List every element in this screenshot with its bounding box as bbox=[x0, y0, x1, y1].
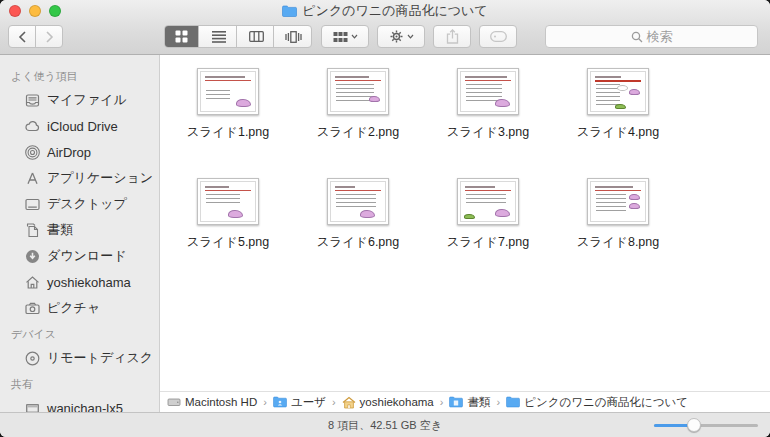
sidebar-item-label: アプリケーション bbox=[47, 169, 153, 187]
zoom-button[interactable] bbox=[49, 5, 61, 17]
slider-knob[interactable] bbox=[687, 418, 701, 432]
action-button[interactable] bbox=[377, 25, 425, 48]
desktop-icon bbox=[24, 196, 41, 213]
sidebar-item-label: wanichan-lx5 bbox=[47, 401, 123, 413]
traffic-lights bbox=[9, 5, 61, 17]
path-separator: › bbox=[439, 396, 445, 408]
titlebar[interactable]: ピンクのワニの商品化について bbox=[0, 0, 770, 22]
chevron-down-icon bbox=[407, 34, 414, 39]
coverflow-view-icon bbox=[285, 31, 302, 43]
sidebar-item-icloud-drive[interactable]: iCloud Drive bbox=[0, 113, 159, 139]
file-thumbnail bbox=[457, 178, 519, 225]
sidebar-section-favorites: よく使う項目 bbox=[0, 63, 159, 87]
file-item[interactable]: スライド5.png bbox=[163, 178, 293, 279]
status-text: 8 項目、42.51 GB 空き bbox=[328, 418, 442, 433]
remote-disc-icon bbox=[24, 350, 41, 367]
file-item[interactable]: スライド2.png bbox=[293, 68, 423, 169]
path-item-documents[interactable]: 書類 bbox=[449, 395, 490, 410]
file-thumbnail bbox=[327, 68, 389, 115]
share-icon bbox=[446, 29, 459, 44]
path-separator: › bbox=[495, 396, 501, 408]
sidebar-item-airdrop[interactable]: AirDrop bbox=[0, 139, 159, 165]
column-view-button[interactable] bbox=[240, 26, 274, 47]
file-thumbnail bbox=[327, 178, 389, 225]
hard-drive-icon bbox=[167, 395, 181, 409]
arrange-button[interactable] bbox=[321, 25, 369, 48]
minimize-button[interactable] bbox=[29, 5, 41, 17]
sidebar-item-label: デスクトップ bbox=[47, 195, 127, 213]
close-button[interactable] bbox=[9, 5, 21, 17]
sidebar-item-desktop[interactable]: デスクトップ bbox=[0, 191, 159, 217]
folder-icon bbox=[282, 5, 297, 18]
file-thumbnail bbox=[457, 68, 519, 115]
list-view-button[interactable] bbox=[202, 26, 236, 47]
sidebar-item-remote-disc[interactable]: リモートディスク bbox=[0, 345, 159, 371]
forward-button[interactable] bbox=[35, 25, 63, 48]
file-name: スライド6.png bbox=[317, 234, 399, 251]
back-button[interactable] bbox=[8, 25, 36, 48]
tag-button[interactable] bbox=[479, 25, 517, 48]
users-folder-icon bbox=[273, 396, 287, 408]
file-item[interactable]: スライド8.png bbox=[553, 178, 683, 279]
sidebar-item-shared-computer[interactable]: wanichan-lx5 bbox=[0, 395, 159, 412]
file-name: スライド4.png bbox=[577, 124, 659, 141]
icon-view-button[interactable] bbox=[165, 26, 199, 47]
search-input[interactable]: 検索 bbox=[545, 25, 758, 48]
sidebar: よく使う項目 マイファイル iCloud Drive bbox=[0, 55, 160, 412]
gear-icon bbox=[389, 29, 404, 44]
path-separator: › bbox=[331, 396, 337, 408]
path-separator: › bbox=[262, 396, 268, 408]
path-item-home[interactable]: yoshiekohama bbox=[342, 396, 434, 409]
sidebar-section-devices: デバイス bbox=[0, 321, 159, 345]
sidebar-item-my-files[interactable]: マイファイル bbox=[0, 87, 159, 113]
search-placeholder: 検索 bbox=[647, 28, 673, 46]
shared-computer-icon bbox=[24, 400, 41, 413]
applications-icon bbox=[24, 170, 41, 187]
file-name: スライド3.png bbox=[447, 124, 529, 141]
home-icon bbox=[24, 274, 41, 291]
icon-size-slider[interactable] bbox=[654, 418, 758, 432]
file-thumbnail bbox=[587, 68, 649, 115]
sidebar-item-downloads[interactable]: ダウンロード bbox=[0, 243, 159, 269]
list-view-icon bbox=[212, 31, 226, 43]
file-item[interactable]: スライド4.png bbox=[553, 68, 683, 169]
forward-chevron-icon bbox=[45, 31, 54, 43]
sidebar-item-label: 書類 bbox=[47, 221, 73, 239]
file-item[interactable]: スライド1.png bbox=[163, 68, 293, 169]
file-thumbnail bbox=[587, 178, 649, 225]
sidebar-item-label: マイファイル bbox=[47, 91, 127, 109]
documents-icon bbox=[24, 222, 41, 239]
sidebar-item-label: iCloud Drive bbox=[47, 119, 118, 134]
folder-icon bbox=[506, 396, 520, 408]
arrange-icon bbox=[333, 31, 348, 43]
path-item-macintosh-hd[interactable]: Macintosh HD bbox=[167, 395, 257, 409]
file-item[interactable]: スライド3.png bbox=[423, 68, 553, 169]
share-button[interactable] bbox=[433, 25, 471, 48]
view-switcher bbox=[164, 25, 312, 48]
file-item[interactable]: スライド6.png bbox=[293, 178, 423, 279]
sidebar-item-applications[interactable]: アプリケーション bbox=[0, 165, 159, 191]
finder-window: ピンクのワニの商品化について bbox=[0, 0, 770, 437]
file-item[interactable]: スライド7.png bbox=[423, 178, 553, 279]
path-item-users[interactable]: ユーザ bbox=[273, 395, 326, 410]
file-browser: スライド1.png スライド2.png bbox=[160, 55, 770, 412]
documents-folder-icon bbox=[449, 396, 463, 408]
window-chrome: ピンクのワニの商品化について bbox=[0, 0, 770, 55]
sidebar-item-pictures[interactable]: ピクチャ bbox=[0, 295, 159, 321]
sidebar-section-shared: 共有 bbox=[0, 371, 159, 395]
sidebar-item-label: ダウンロード bbox=[47, 247, 127, 265]
search-icon bbox=[631, 31, 643, 43]
coverflow-view-button[interactable] bbox=[277, 26, 311, 47]
file-name: スライド1.png bbox=[187, 124, 269, 141]
home-folder-icon bbox=[342, 396, 356, 409]
file-thumbnail bbox=[197, 68, 259, 115]
back-chevron-icon bbox=[18, 31, 27, 43]
icloud-icon bbox=[24, 118, 41, 135]
sidebar-item-label: yoshiekohama bbox=[47, 275, 131, 290]
path-item-current-folder[interactable]: ピンクのワニの商品化について bbox=[506, 395, 688, 410]
sidebar-item-home[interactable]: yoshiekohama bbox=[0, 269, 159, 295]
icon-grid: スライド1.png スライド2.png bbox=[160, 55, 770, 391]
sidebar-item-documents[interactable]: 書類 bbox=[0, 217, 159, 243]
sidebar-item-label: AirDrop bbox=[47, 145, 91, 160]
tag-icon bbox=[490, 31, 507, 42]
